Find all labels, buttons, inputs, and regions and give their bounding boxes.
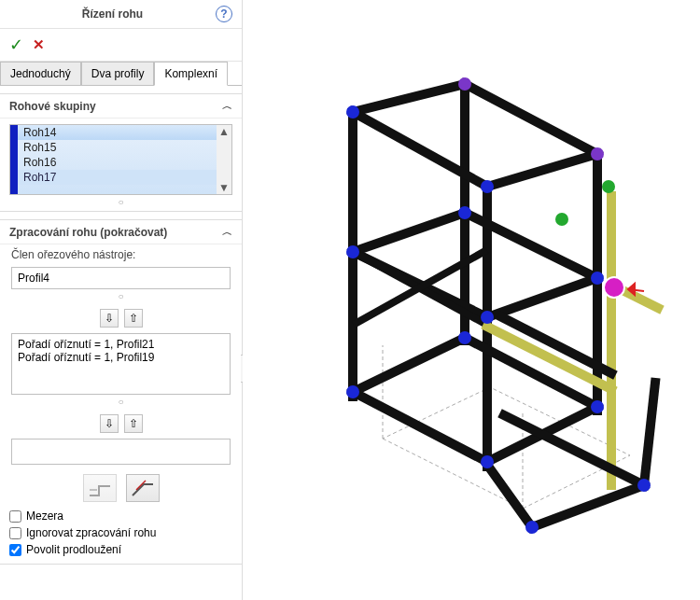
- section-handle: ○: [0, 291, 242, 305]
- tab-simple[interactable]: Jednoduchý: [0, 62, 81, 86]
- member-field[interactable]: Profil4: [11, 267, 231, 289]
- member-value: Profil4: [18, 272, 49, 285]
- check-allow-extend[interactable]: Povolit prodloužení: [9, 543, 232, 556]
- svg-point-41: [637, 479, 651, 492]
- listbox-color-indicator: [10, 125, 18, 194]
- panel-title: Řízení rohu: [9, 7, 216, 21]
- check-gap[interactable]: Mezera: [9, 509, 232, 523]
- check-gap-input[interactable]: [9, 510, 21, 523]
- tab-complex[interactable]: Komplexní: [154, 62, 228, 86]
- list-item[interactable]: Roh15: [18, 140, 217, 155]
- corner-type-buttons: [0, 467, 242, 506]
- help-icon[interactable]: ?: [216, 6, 232, 22]
- order-item[interactable]: Pořadí oříznutí = 1, Profil21: [18, 338, 224, 351]
- tabs: Jednoduchý Dva profily Komplexní: [0, 62, 242, 86]
- list-item[interactable]: Roh14: [18, 125, 217, 140]
- check-allow-extend-label: Povolit prodloužení: [26, 543, 121, 556]
- scroll-up-button[interactable]: ▲: [217, 125, 231, 138]
- svg-line-18: [353, 338, 465, 392]
- check-ignore[interactable]: Ignorovat zpracování rohu: [9, 526, 232, 539]
- check-ignore-input[interactable]: [9, 527, 21, 539]
- listbox-items[interactable]: Roh14 Roh15 Roh16 Roh17: [18, 125, 217, 194]
- section-header-groups[interactable]: Rohové skupiny ︿: [0, 94, 242, 119]
- corner-type-b-button[interactable]: [126, 474, 160, 502]
- svg-point-31: [591, 147, 604, 160]
- listbox-scrollbar[interactable]: ▲ ▼: [217, 125, 231, 194]
- svg-line-25: [644, 383, 655, 485]
- section-corner-process: Zpracování rohu (pokračovat) ︿ Člen ořez…: [0, 219, 242, 565]
- section-title-groups: Rohové skupiny: [9, 100, 222, 113]
- corner-groups-listbox[interactable]: Roh14 Roh15 Roh16 Roh17 ▲ ▼: [9, 124, 232, 195]
- svg-point-38: [458, 331, 471, 344]
- check-ignore-label: Ignorovat zpracování rohu: [26, 526, 156, 539]
- order-item[interactable]: Pořadí oříznutí = 1, Profil19: [18, 351, 224, 364]
- svg-line-11: [353, 213, 465, 252]
- svg-point-32: [481, 180, 494, 193]
- svg-point-42: [525, 521, 539, 534]
- ok-button[interactable]: ✓: [9, 35, 23, 55]
- secondary-field[interactable]: [11, 439, 231, 465]
- check-gap-label: Mezera: [26, 509, 63, 523]
- svg-line-27: [532, 485, 644, 527]
- svg-line-9: [487, 154, 597, 187]
- svg-point-29: [346, 105, 359, 119]
- svg-line-28: [487, 465, 532, 527]
- svg-point-37: [346, 385, 359, 398]
- arrow-down-button[interactable]: ⇩: [100, 414, 119, 433]
- section-title-process: Zpracování rohu (pokračovat): [9, 226, 222, 239]
- confirm-row: ✓ ✕: [0, 29, 242, 62]
- scroll-down-button[interactable]: ▼: [217, 181, 231, 194]
- svg-point-35: [591, 272, 604, 285]
- svg-line-8: [465, 84, 597, 154]
- svg-point-33: [346, 245, 359, 258]
- svg-point-34: [458, 206, 471, 219]
- section-header-process[interactable]: Zpracování rohu (pokračovat) ︿: [0, 220, 242, 244]
- section-handle: ○: [0, 197, 242, 211]
- cancel-button[interactable]: ✕: [33, 35, 45, 55]
- panel-header: Řízení rohu ?: [0, 0, 242, 29]
- 3d-viewport[interactable]: [243, 0, 700, 600]
- tab-two-profiles[interactable]: Dva profily: [81, 62, 155, 86]
- chevron-up-icon: ︿: [222, 225, 232, 239]
- svg-point-39: [481, 455, 494, 468]
- chevron-up-icon: ︿: [222, 99, 232, 113]
- svg-point-43: [602, 180, 615, 193]
- svg-point-40: [591, 400, 604, 413]
- arrow-down-button[interactable]: ⇩: [100, 309, 119, 328]
- svg-point-44: [555, 213, 568, 226]
- options-checks: Mezera Ignorovat zpracování rohu Povolit…: [0, 506, 242, 564]
- panel-content: Rohové skupiny ︿ Roh14 Roh15 Roh16 Roh17…: [0, 86, 242, 600]
- check-allow-extend-input[interactable]: [9, 544, 21, 556]
- svg-line-7: [353, 84, 465, 112]
- svg-point-30: [458, 77, 471, 91]
- trim-order-list[interactable]: Pořadí oříznutí = 1, Profil21 Pořadí oří…: [11, 333, 231, 395]
- list-item[interactable]: Roh16: [18, 155, 217, 170]
- arrow-up-button[interactable]: ⇧: [124, 309, 143, 328]
- property-panel: Řízení rohu ? ✓ ✕ Jednoduchý Dva profily…: [0, 0, 243, 600]
- section-corner-groups: Rohové skupiny ︿ Roh14 Roh15 Roh16 Roh17…: [0, 93, 242, 212]
- svg-line-13: [487, 278, 597, 317]
- list-item[interactable]: Roh17: [18, 170, 217, 185]
- secondary-arrows: ⇩ ⇧: [0, 411, 242, 437]
- arrow-up-button[interactable]: ⇧: [124, 414, 143, 433]
- member-label: Člen ořezového nástroje:: [0, 244, 242, 265]
- svg-point-45: [604, 277, 624, 298]
- svg-line-15: [353, 392, 487, 462]
- corner-type-a-button[interactable]: [83, 474, 117, 502]
- section-handle: ○: [0, 397, 242, 411]
- svg-point-36: [481, 311, 494, 324]
- model-render: [243, 0, 700, 600]
- svg-line-24: [504, 415, 644, 485]
- move-arrows: ⇩ ⇧: [0, 305, 242, 331]
